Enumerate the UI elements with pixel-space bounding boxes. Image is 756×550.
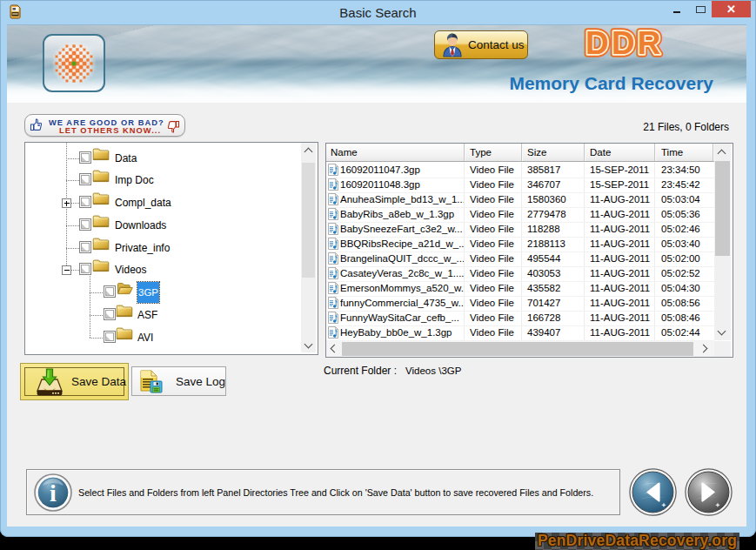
- svg-text:DDR: DDR: [585, 25, 664, 61]
- svg-text:i: i: [50, 480, 57, 506]
